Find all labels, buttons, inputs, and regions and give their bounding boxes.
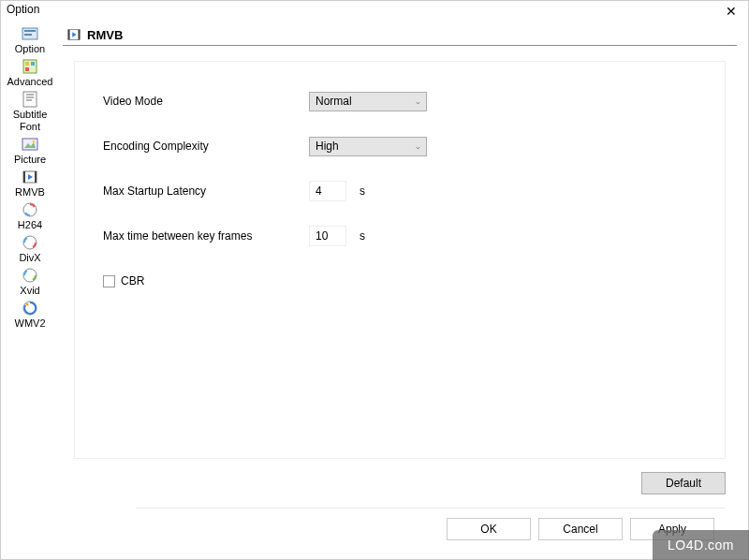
svg-rect-8 — [22, 139, 37, 150]
advanced-icon — [22, 58, 38, 75]
sidebar-item-label: H264 — [18, 219, 42, 231]
video-mode-label: Video Mode — [103, 95, 309, 108]
sidebar-item-h264[interactable]: H264 — [4, 199, 56, 232]
main: RMVB Video Mode Normal ⌵ Encoding Comple… — [59, 22, 748, 559]
sidebar-item-label: RMVB — [15, 186, 45, 199]
svg-rect-12 — [23, 171, 25, 183]
video-mode-value: Normal — [316, 95, 352, 108]
encoding-complexity-label: Encoding Complexity — [103, 140, 309, 153]
svg-point-10 — [33, 140, 36, 143]
sidebar-item-advanced[interactable]: Advanced — [4, 56, 56, 89]
content-panel: Video Mode Normal ⌵ Encoding Complexity … — [74, 61, 726, 459]
chevron-down-icon: ⌵ — [416, 142, 420, 151]
section-header: RMVB — [63, 22, 737, 46]
encoding-complexity-row: Encoding Complexity High ⌵ — [103, 135, 725, 157]
sidebar: Option Advanced Subtitle Font Picture — [1, 22, 59, 559]
svg-rect-6 — [25, 67, 29, 71]
max-time-keyframes-label: Max time between key frames — [103, 229, 309, 243]
chevron-down-icon: ⌵ — [416, 97, 420, 106]
svg-rect-2 — [24, 34, 32, 36]
cbr-label: CBR — [121, 274, 144, 287]
svg-rect-22 — [78, 30, 80, 40]
section-title: RMVB — [87, 28, 123, 42]
max-time-keyframes-unit: s — [360, 229, 365, 243]
sidebar-item-label: DivX — [19, 252, 40, 264]
svg-rect-1 — [24, 30, 36, 32]
encoding-complexity-value: High — [316, 140, 339, 153]
sidebar-item-label: Picture — [14, 154, 46, 166]
h264-icon — [22, 201, 38, 218]
sidebar-item-subtitle-font[interactable]: Subtitle Font — [4, 89, 56, 134]
max-time-keyframes-input[interactable] — [309, 226, 346, 246]
option-window: Option ✕ Option Advanced Subtitle F — [0, 0, 749, 560]
wmv2-icon — [22, 300, 38, 317]
video-mode-select[interactable]: Normal ⌵ — [309, 92, 427, 111]
max-startup-latency-unit: s — [360, 184, 365, 198]
divx-icon — [22, 234, 38, 251]
sidebar-item-rmvb[interactable]: RMVB — [4, 167, 56, 199]
sidebar-item-label: Option — [15, 43, 45, 55]
sidebar-item-wmv2[interactable]: WMV2 — [4, 298, 56, 331]
option-icon — [22, 25, 38, 42]
sidebar-item-label: WMV2 — [15, 317, 46, 330]
svg-point-17 — [23, 269, 37, 282]
sidebar-item-label: Xvid — [20, 285, 39, 297]
max-time-keyframes-row: Max time between key frames s — [103, 225, 725, 247]
sidebar-item-option[interactable]: Option — [4, 23, 56, 56]
xvid-icon — [22, 267, 38, 284]
svg-rect-13 — [35, 171, 37, 183]
rmvb-icon — [22, 169, 38, 185]
picture-icon — [22, 136, 38, 153]
max-startup-latency-input[interactable] — [309, 181, 346, 201]
ok-button[interactable]: OK — [447, 518, 531, 540]
subtitle-font-icon — [22, 91, 38, 108]
footer: OK Cancel Apply — [136, 508, 726, 552]
sidebar-item-picture[interactable]: Picture — [4, 134, 56, 167]
cbr-checkbox[interactable] — [103, 275, 115, 287]
svg-rect-21 — [68, 30, 70, 40]
titlebar: Option ✕ — [1, 1, 748, 22]
cancel-button[interactable]: Cancel — [538, 518, 623, 540]
video-mode-row: Video Mode Normal ⌵ — [103, 90, 725, 112]
section-header-icon — [66, 27, 81, 42]
svg-rect-7 — [23, 92, 37, 107]
sidebar-item-xvid[interactable]: Xvid — [4, 265, 56, 298]
default-button[interactable]: Default — [641, 472, 726, 494]
svg-point-15 — [23, 203, 37, 216]
max-startup-latency-row: Max Startup Latency s — [103, 180, 725, 202]
encoding-complexity-select[interactable]: High ⌵ — [309, 137, 427, 156]
sidebar-item-label: Advanced — [7, 76, 53, 88]
window-title: Option — [7, 3, 39, 16]
sidebar-item-label: Subtitle Font — [6, 109, 54, 133]
sidebar-item-divx[interactable]: DivX — [4, 232, 56, 265]
body: Option Advanced Subtitle Font Picture — [1, 22, 748, 559]
svg-rect-5 — [31, 62, 35, 66]
svg-point-16 — [23, 236, 37, 249]
max-startup-latency-label: Max Startup Latency — [103, 184, 309, 198]
svg-rect-4 — [25, 62, 29, 66]
svg-point-19 — [26, 303, 29, 306]
default-row: Default — [63, 466, 737, 508]
cbr-row: CBR — [103, 270, 725, 292]
close-button[interactable]: ✕ — [720, 3, 742, 20]
watermark: LO4D.com — [653, 530, 749, 560]
